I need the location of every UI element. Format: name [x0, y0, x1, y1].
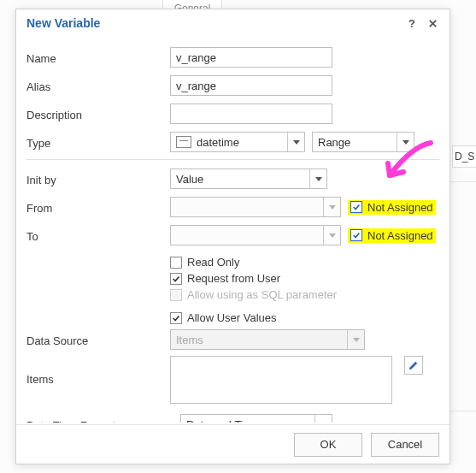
ok-button[interactable]: OK: [294, 433, 362, 457]
cancel-button[interactable]: Cancel: [371, 433, 439, 457]
titlebar: New Variable ?: [16, 9, 450, 37]
from-select[interactable]: [170, 197, 341, 217]
type-select-value: datetime: [197, 136, 239, 149]
initby-label: Init by: [26, 171, 170, 186]
dropdown-icon: [287, 133, 304, 151]
type-scope-select[interactable]: Range: [312, 132, 414, 152]
from-label: From: [26, 199, 170, 215]
help-button[interactable]: ?: [403, 15, 420, 32]
items-textarea[interactable]: [170, 356, 392, 404]
to-label: To: [26, 228, 170, 243]
alias-input[interactable]: [170, 75, 332, 96]
initby-select[interactable]: Value: [170, 169, 327, 189]
initby-value: Value: [176, 173, 203, 186]
allow-sql-label: Allow using as SQL parameter: [187, 288, 337, 301]
close-icon: [428, 19, 438, 28]
from-not-assigned-label: Not Assigned: [367, 201, 433, 214]
close-button[interactable]: [424, 15, 441, 32]
dateformat-label: Date Time Format: [26, 417, 180, 423]
name-label: Name: [26, 50, 170, 65]
cancel-label: Cancel: [388, 438, 422, 451]
dropdown-icon: [323, 226, 340, 245]
request-user-checkbox[interactable]: Request from User: [170, 272, 439, 285]
description-input[interactable]: [170, 103, 332, 124]
description-label: Description: [26, 106, 170, 121]
request-user-label: Request from User: [187, 272, 280, 285]
type-scope-value: Range: [318, 136, 350, 149]
datetime-icon: [176, 136, 191, 148]
allow-user-values-checkbox[interactable]: Allow User Values: [170, 311, 439, 324]
edit-items-button[interactable]: [404, 356, 423, 375]
alias-label: Alias: [26, 78, 170, 93]
dateformat-select[interactable]: Date and Time: [180, 414, 332, 423]
to-not-assigned-label: Not Assigned: [367, 229, 433, 242]
new-variable-dialog: New Variable ? Name Alias Description Ty…: [15, 9, 450, 464]
type-label: Type: [26, 134, 170, 150]
items-label: Items: [26, 356, 170, 386]
dropdown-icon: [397, 133, 414, 151]
bg-grid-cell: D_S: [452, 145, 476, 168]
to-not-assigned-checkbox[interactable]: Not Assigned: [350, 229, 433, 242]
from-not-assigned-checkbox[interactable]: Not Assigned: [350, 201, 433, 214]
dropdown-icon: [314, 415, 332, 423]
pencil-icon: [408, 360, 419, 370]
dropdown-icon: [323, 198, 340, 216]
dropdown-icon: [309, 169, 326, 188]
separator: [26, 159, 439, 160]
datasource-label: Data Source: [26, 332, 170, 347]
from-not-assigned-highlight: Not Assigned: [348, 200, 436, 215]
dateformat-value: Date and Time: [186, 418, 259, 423]
read-only-label: Read Only: [187, 256, 239, 269]
dropdown-icon: [347, 330, 364, 349]
name-input[interactable]: [170, 47, 332, 68]
ok-label: OK: [320, 438, 337, 451]
to-select[interactable]: [170, 225, 341, 245]
type-select[interactable]: datetime: [170, 132, 305, 152]
datasource-value: Items: [176, 334, 203, 346]
allow-user-values-label: Allow User Values: [187, 311, 277, 324]
read-only-checkbox[interactable]: Read Only: [170, 256, 439, 269]
to-not-assigned-highlight: Not Assigned: [348, 228, 436, 243]
dialog-footer: OK Cancel: [16, 424, 450, 464]
dialog-body: Name Alias Description Type datetime Ran…: [16, 38, 450, 423]
dialog-title: New Variable: [26, 16, 100, 30]
allow-sql-checkbox: Allow using as SQL parameter: [170, 288, 439, 301]
datasource-select: Items: [170, 329, 365, 350]
